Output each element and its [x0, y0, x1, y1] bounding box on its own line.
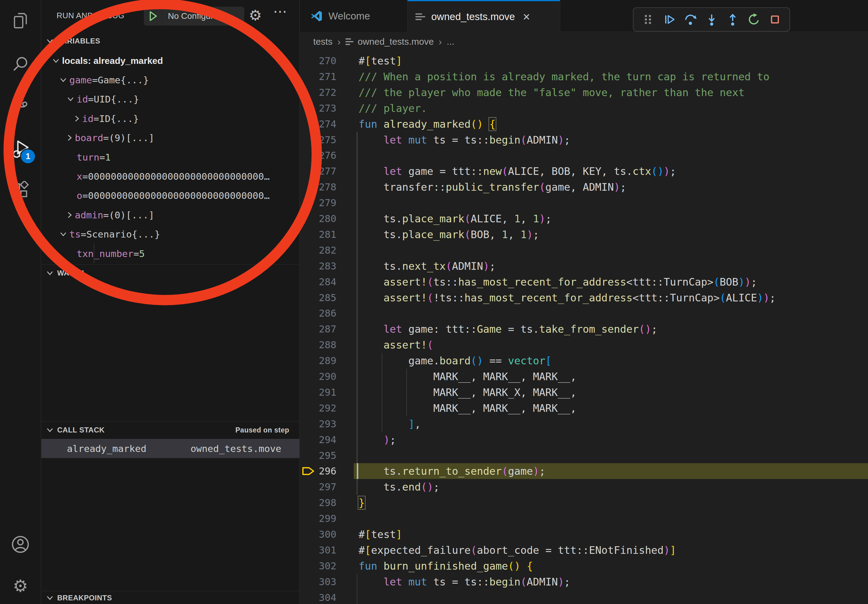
line-number[interactable]: 300 [300, 527, 336, 542]
line-number[interactable]: 274 [300, 116, 336, 132]
line-number[interactable]: 302 [300, 558, 336, 574]
code-line[interactable]: 285 assert!(!ts::has_most_recent_for_add… [300, 290, 868, 306]
line-number[interactable]: 295 [300, 448, 336, 463]
variable-row[interactable]: txn_number = 5 [41, 244, 325, 263]
code-line[interactable]: 280 ts.place_mark(ALICE, 1, 1); [300, 211, 868, 226]
line-number[interactable]: 279 [300, 195, 336, 211]
line-number[interactable]: 282 [300, 242, 336, 258]
activity-search-button[interactable] [0, 50, 41, 79]
variable-row[interactable]: game = Game{...} [41, 70, 318, 90]
code-line[interactable]: 286 [300, 305, 868, 321]
watch-section-header[interactable]: WATCH [41, 265, 299, 281]
step-into-button[interactable] [705, 11, 718, 28]
step-over-button[interactable] [684, 11, 697, 28]
code-line[interactable]: 271/// When a position is already marked… [300, 69, 868, 85]
variable-row[interactable]: turn = 1 [41, 147, 325, 167]
code-line[interactable]: 283 ts.next_tx(ADMIN); [300, 258, 868, 274]
line-number[interactable]: 283 [300, 258, 336, 274]
line-number[interactable]: 281 [300, 226, 336, 242]
code-line[interactable]: 270#[test] [300, 53, 868, 69]
line-number[interactable]: 286 [300, 305, 336, 321]
line-number[interactable]: 271 [300, 69, 336, 85]
variable-row[interactable]: locals: already_marked [41, 51, 310, 70]
code-line[interactable]: 297 ts.end(); [300, 479, 868, 495]
line-number[interactable]: 303 [300, 574, 336, 590]
line-number[interactable]: 293 [300, 416, 336, 432]
code-line[interactable]: 299 [300, 511, 868, 527]
line-number[interactable]: 298 [300, 495, 336, 511]
line-number[interactable]: 296 [300, 463, 336, 479]
code-line[interactable]: 278 transfer::public_transfer(game, ADMI… [300, 179, 868, 195]
code-line[interactable]: 302fun burn_unfinished_game() { [300, 558, 868, 574]
line-number[interactable]: 288 [300, 337, 336, 353]
chevron-right-icon[interactable] [67, 134, 72, 141]
line-number[interactable]: 272 [300, 85, 336, 101]
activity-settings-button[interactable]: ⚙ [0, 571, 41, 600]
line-number[interactable]: 304 [300, 590, 336, 604]
code-line[interactable]: 272/// the player who made the "false" m… [300, 85, 868, 101]
line-number[interactable]: 285 [300, 290, 336, 306]
code-line[interactable]: 296 ts.return_to_sender(game); [300, 463, 868, 479]
restart-button[interactable] [747, 11, 761, 28]
code-line[interactable]: 294 ); [300, 432, 868, 448]
code-line[interactable]: 291 MARK__, MARK_X, MARK__, [300, 384, 868, 400]
line-number[interactable]: 270 [300, 53, 336, 69]
line-number[interactable]: 276 [300, 147, 336, 163]
variable-row[interactable]: x = 000000000000000000000000000000000000… [41, 167, 325, 186]
code-line[interactable]: 279 [300, 195, 868, 211]
line-number[interactable]: 273 [300, 101, 336, 116]
chevron-down-icon[interactable] [60, 231, 67, 237]
line-number[interactable]: 287 [300, 321, 336, 337]
code-line[interactable]: 301#[expected_failure(abort_code = ttt::… [300, 542, 868, 558]
code-line[interactable]: 281 ts.place_mark(BOB, 1, 1); [300, 226, 868, 242]
code-line[interactable]: 303 let mut ts = ts::begin(ADMIN); [300, 574, 868, 590]
debug-settings-gear-icon[interactable]: ⚙ [249, 8, 262, 23]
code-line[interactable]: 273/// player. [300, 101, 868, 116]
variable-row[interactable]: o = 000000000000000000000000000000000000… [41, 186, 325, 205]
line-number[interactable]: 294 [300, 432, 336, 448]
code-line[interactable]: 289 game.board() == vector[ [300, 353, 868, 369]
toolbar-drag-handle[interactable] [642, 11, 655, 28]
variable-row[interactable]: id = UID{...} [41, 90, 325, 109]
code-line[interactable]: 275 let mut ts = ts::begin(ADMIN); [300, 132, 868, 148]
code-line[interactable]: 284 assert!(ts::has_most_recent_for_addr… [300, 274, 868, 290]
line-number[interactable]: 290 [300, 369, 336, 384]
code-line[interactable]: 300#[test] [300, 527, 868, 542]
code-line[interactable]: 277 let game = ttt::new(ALICE, BOB, KEY,… [300, 163, 868, 179]
code-line[interactable]: 282 [300, 242, 868, 258]
launch-config-dropdown[interactable]: No Configur [144, 7, 244, 26]
stop-button[interactable] [768, 11, 782, 28]
variable-row[interactable]: ts = Scenario{...} [41, 225, 318, 244]
start-debugging-icon[interactable] [144, 11, 162, 21]
code-line[interactable]: 287 let game: ttt::Game = ts.take_from_s… [300, 321, 868, 337]
line-number[interactable]: 289 [300, 353, 336, 369]
code-line[interactable]: 304 [300, 590, 868, 604]
activity-explorer-button[interactable] [0, 6, 41, 35]
activity-source-control-button[interactable] [0, 92, 41, 121]
activity-account-button[interactable] [0, 530, 41, 559]
code-line[interactable]: 295 [300, 448, 868, 463]
code-line[interactable]: 292 MARK__, MARK__, MARK__, [300, 400, 868, 416]
line-number[interactable]: 299 [300, 511, 336, 527]
line-number[interactable]: 297 [300, 479, 336, 495]
variable-row[interactable]: admin = (0)[...] [41, 205, 325, 225]
variable-row[interactable]: id = ID{...} [41, 109, 332, 128]
chevron-down-icon[interactable] [67, 96, 74, 102]
more-actions-icon[interactable]: ⋯ [273, 4, 287, 18]
code-line[interactable]: 274fun already_marked() { [300, 116, 868, 132]
line-number[interactable]: 284 [300, 274, 336, 290]
chevron-right-icon[interactable] [67, 211, 72, 219]
code-line[interactable]: 276 [300, 147, 868, 163]
call-stack-frame[interactable]: already_markedowned_tests.move [41, 439, 299, 458]
activity-extensions-button[interactable] [0, 176, 41, 205]
code-line[interactable]: 290 MARK__, MARK__, MARK__, [300, 369, 868, 384]
variable-row[interactable]: board = (9)[...] [41, 129, 325, 147]
code-line[interactable]: 293 ], [300, 416, 868, 432]
chevron-down-icon[interactable] [52, 58, 60, 63]
line-number[interactable]: 275 [300, 132, 336, 148]
line-number[interactable]: 292 [300, 400, 336, 416]
continue-button[interactable] [663, 11, 676, 28]
step-out-button[interactable] [726, 11, 739, 28]
line-number[interactable]: 291 [300, 384, 336, 400]
line-number[interactable]: 278 [300, 179, 336, 195]
